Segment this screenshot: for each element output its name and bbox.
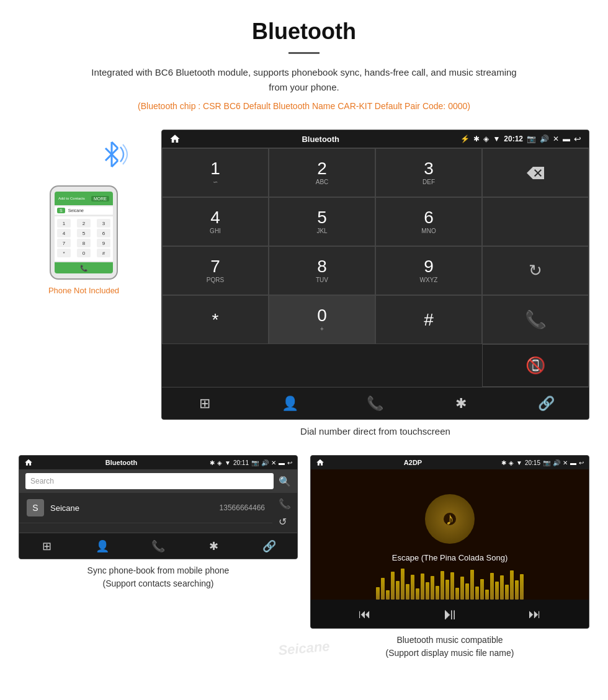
phone-add-contacts: Add to Contacts [58, 197, 85, 200]
pb-win-icon[interactable]: ▬ [279, 459, 285, 466]
pb-contact-row[interactable]: S Seicane 13566664466 [19, 493, 272, 523]
music-close-icon[interactable]: ✕ [563, 459, 568, 466]
phonebook-item: Bluetooth ✱ ◈ ▼ 20:11 📷 🔊 ✕ ▬ ↩ Search [19, 455, 298, 660]
music-album-art: ♪ [425, 494, 475, 544]
music-status-bar: A2DP ✱ ◈ ▼ 20:15 📷 🔊 ✕ ▬ ↩ [311, 456, 589, 469]
phone-more-btn: MORE [91, 196, 109, 202]
phone-mockup: Add to Contacts MORE S Seicane 1 2 3 4 5… [50, 185, 118, 280]
status-bar-left [169, 133, 181, 144]
dialer-empty-3 [269, 344, 375, 387]
phone-key-1: 1 [57, 219, 71, 228]
music-back-icon[interactable]: ↩ [579, 459, 584, 466]
home-icon[interactable] [169, 133, 181, 144]
dialer-key-hash[interactable]: # [375, 295, 482, 344]
dialer-bottom-nav: ⊞ 👤 📞 ✱ 🔗 [162, 387, 589, 419]
pb-search-bar: Search 🔍 [19, 469, 297, 493]
window-icon[interactable]: ▬ [563, 135, 570, 143]
eq-bar [445, 580, 449, 600]
music-play-pause[interactable]: ⏯ [442, 605, 458, 624]
dialer-key-1[interactable]: 1∽ [162, 148, 269, 197]
eq-bar [465, 583, 469, 600]
pb-app-name: Bluetooth [33, 459, 210, 466]
pb-time: 20:11 [233, 459, 249, 466]
phone-contact-row: S Seicane [55, 206, 113, 215]
pb-close-icon[interactable]: ✕ [271, 459, 276, 466]
dialer-key-3[interactable]: 3DEF [375, 148, 482, 197]
dialer-key-4[interactable]: 4GHI [162, 197, 269, 246]
music-caption: Bluetooth music compatible (Support disp… [310, 634, 589, 660]
phone-key-7: 7 [57, 239, 71, 247]
pb-nav-call[interactable]: 📞 [130, 533, 186, 559]
phone-key-hash: # [97, 249, 110, 257]
dialer-key-7[interactable]: 7PQRS [162, 246, 269, 295]
dialer-key-2[interactable]: 2ABC [269, 148, 375, 197]
music-home-icon [316, 458, 324, 467]
dialer-call-green[interactable]: 📞 [482, 295, 589, 344]
dialer-backspace[interactable] [482, 148, 589, 197]
dialer-empty-1 [482, 197, 589, 246]
eq-bar [490, 573, 494, 600]
back-icon[interactable]: ↩ [574, 134, 581, 144]
dialer-key-6[interactable]: 6MNO [375, 197, 482, 246]
dialer-status-bar: Bluetooth ⚡ ✱ ◈ ▼ 20:12 📷 🔊 ✕ ▬ ↩ [162, 130, 589, 148]
dialer-key-star[interactable]: * [162, 295, 269, 344]
pb-vol-icon: 🔊 [261, 459, 269, 466]
location-icon: ◈ [483, 135, 489, 143]
phone-key-6: 6 [97, 229, 110, 237]
music-prev[interactable]: ⏮ [359, 607, 371, 621]
pb-nav-dialpad[interactable]: ⊞ [19, 533, 75, 559]
phone-key-star: * [57, 249, 71, 257]
phone-area: Add to Contacts MORE S Seicane 1 2 3 4 5… [19, 130, 149, 295]
pb-back-icon[interactable]: ↩ [287, 459, 292, 466]
dialer-key-0[interactable]: 0+ [269, 295, 375, 344]
bt-icon: ✱ [473, 135, 480, 143]
eq-bar [431, 576, 434, 600]
pb-search-placeholder: Search [30, 477, 54, 485]
music-item: A2DP ✱ ◈ ▼ 20:15 📷 🔊 ✕ ▬ ↩ [310, 455, 589, 660]
dialer-key-5[interactable]: 5JKL [269, 197, 375, 246]
eq-bar [495, 582, 499, 600]
dialer-app-name: Bluetooth [181, 135, 460, 144]
nav-link[interactable]: 🔗 [503, 388, 589, 419]
dialer-empty-4 [375, 344, 482, 387]
nav-call[interactable]: 📞 [333, 388, 418, 419]
nav-dialpad[interactable]: ⊞ [162, 388, 248, 419]
music-loc-icon: ◈ [509, 459, 514, 466]
eq-bar [455, 588, 459, 600]
phone-key-8: 8 [77, 239, 91, 247]
pb-action-icons: 📞 ↺ [272, 493, 297, 533]
wifi-icon: ▼ [493, 135, 500, 143]
pb-refresh-icon[interactable]: ↺ [279, 516, 291, 528]
eq-bar [376, 587, 380, 600]
dialer-refresh[interactable]: ↻ [482, 246, 589, 295]
music-win-icon[interactable]: ▬ [570, 459, 576, 466]
phone-contact-initial: S [57, 208, 65, 213]
eq-bar [515, 580, 519, 600]
music-next[interactable]: ⏭ [529, 607, 541, 621]
pb-nav-contacts[interactable]: 👤 [75, 533, 131, 559]
pb-search-icon[interactable]: 🔍 [279, 476, 291, 487]
pb-nav-link[interactable]: 🔗 [241, 533, 297, 559]
phone-key-4: 4 [57, 229, 71, 237]
dialer-key-8[interactable]: 8TUV [269, 246, 375, 295]
close-icon[interactable]: ✕ [553, 135, 559, 143]
eq-bar [416, 588, 419, 600]
pb-nav-bt[interactable]: ✱ [186, 533, 242, 559]
eq-bar [406, 584, 409, 600]
header-specs: (Bluetooth chip : CSR BC6 Default Blueto… [12, 101, 596, 111]
pb-bottom-nav: ⊞ 👤 📞 ✱ 🔗 [19, 533, 297, 559]
dialer-key-9[interactable]: 9WXYZ [375, 246, 482, 295]
nav-contacts[interactable]: 👤 [248, 388, 333, 419]
dial-caption: Dial number direct from touchscreen [161, 426, 589, 436]
pb-call-icon[interactable]: 📞 [279, 498, 291, 510]
volume-icon: 🔊 [540, 135, 549, 143]
dialer-call-red[interactable]: 📵 [482, 344, 589, 387]
pb-search-input[interactable]: Search [25, 473, 274, 489]
status-bar-right: ⚡ ✱ ◈ ▼ 20:12 📷 🔊 ✕ ▬ ↩ [460, 134, 581, 144]
eq-bar [436, 586, 439, 600]
eq-bar [500, 575, 504, 600]
eq-bar [421, 574, 424, 600]
phone-contact-name: Seicane [68, 208, 84, 213]
nav-bluetooth[interactable]: ✱ [418, 388, 504, 419]
music-app-name: A2DP [324, 459, 501, 466]
